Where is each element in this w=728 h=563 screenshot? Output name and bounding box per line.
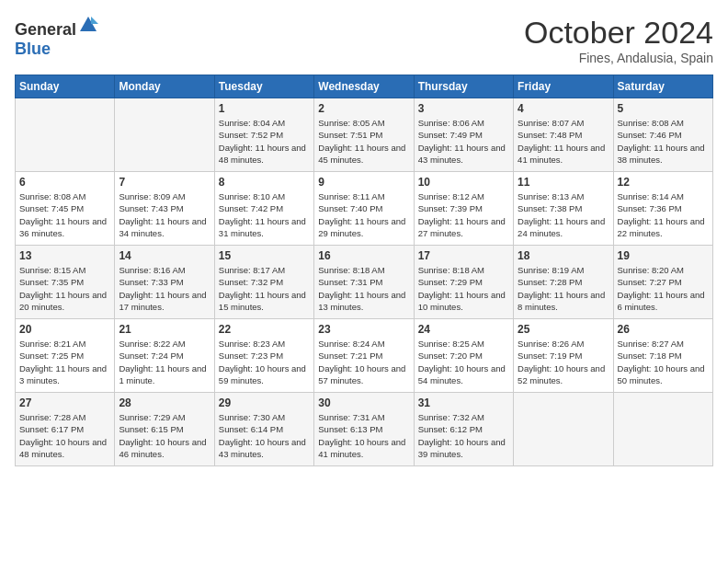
svg-marker-1 [91,17,98,24]
calendar-cell: 22Sunrise: 8:23 AM Sunset: 7:23 PM Dayli… [214,319,313,393]
calendar-cell: 7Sunrise: 8:09 AM Sunset: 7:43 PM Daylig… [115,172,214,246]
day-content: Sunrise: 8:23 AM Sunset: 7:23 PM Dayligh… [219,338,310,386]
day-number: 14 [119,249,210,262]
day-content: Sunrise: 8:05 AM Sunset: 7:51 PM Dayligh… [318,117,409,166]
calendar-cell: 28Sunrise: 7:29 AM Sunset: 6:15 PM Dayli… [115,393,214,466]
calendar-header: SundayMondayTuesdayWednesdayThursdayFrid… [16,75,713,98]
day-number: 24 [418,323,509,336]
day-content: Sunrise: 8:22 AM Sunset: 7:24 PM Dayligh… [119,338,210,386]
header-day-saturday: Saturday [613,75,712,98]
day-number: 2 [318,102,409,115]
day-content: Sunrise: 8:06 AM Sunset: 7:49 PM Dayligh… [418,117,509,166]
day-content: Sunrise: 8:18 AM Sunset: 7:31 PM Dayligh… [318,264,409,313]
calendar-week-5: 27Sunrise: 7:28 AM Sunset: 6:17 PM Dayli… [16,393,713,466]
calendar-cell: 23Sunrise: 8:24 AM Sunset: 7:21 PM Dayli… [314,319,414,393]
day-number: 13 [19,249,110,262]
day-content: Sunrise: 8:09 AM Sunset: 7:43 PM Dayligh… [119,190,210,239]
day-number: 27 [19,396,110,409]
day-number: 15 [219,249,310,262]
day-content: Sunrise: 8:10 AM Sunset: 7:42 PM Dayligh… [219,190,310,239]
day-number: 25 [518,323,609,336]
calendar-cell [613,393,712,466]
calendar-cell: 16Sunrise: 8:18 AM Sunset: 7:31 PM Dayli… [314,246,414,319]
day-content: Sunrise: 8:20 AM Sunset: 7:27 PM Dayligh… [618,264,709,313]
logo-icon [78,15,98,35]
calendar-week-3: 13Sunrise: 8:15 AM Sunset: 7:35 PM Dayli… [16,246,713,319]
calendar-cell: 18Sunrise: 8:19 AM Sunset: 7:28 PM Dayli… [514,246,613,319]
day-content: Sunrise: 7:32 AM Sunset: 6:12 PM Dayligh… [418,411,509,460]
day-number: 30 [318,396,409,409]
day-number: 1 [219,102,310,115]
calendar-cell: 15Sunrise: 8:17 AM Sunset: 7:32 PM Dayli… [214,246,313,319]
day-content: Sunrise: 7:30 AM Sunset: 6:14 PM Dayligh… [219,411,310,460]
day-number: 6 [19,176,110,189]
day-content: Sunrise: 8:15 AM Sunset: 7:35 PM Dayligh… [19,264,110,313]
day-number: 8 [219,176,310,189]
calendar-cell: 1Sunrise: 8:04 AM Sunset: 7:52 PM Daylig… [214,98,313,172]
calendar-cell: 5Sunrise: 8:08 AM Sunset: 7:46 PM Daylig… [613,98,712,172]
day-content: Sunrise: 8:08 AM Sunset: 7:45 PM Dayligh… [19,190,110,239]
calendar-cell: 26Sunrise: 8:27 AM Sunset: 7:18 PM Dayli… [613,319,712,393]
calendar-cell [16,98,115,172]
day-content: Sunrise: 8:27 AM Sunset: 7:18 PM Dayligh… [618,338,709,386]
day-number: 31 [418,396,509,409]
calendar-cell: 30Sunrise: 7:31 AM Sunset: 6:13 PM Dayli… [314,393,414,466]
day-number: 5 [618,102,709,115]
header-day-tuesday: Tuesday [214,75,313,98]
day-content: Sunrise: 8:25 AM Sunset: 7:20 PM Dayligh… [418,338,509,386]
day-number: 10 [418,176,509,189]
calendar-week-4: 20Sunrise: 8:21 AM Sunset: 7:25 PM Dayli… [16,319,713,393]
calendar-cell: 27Sunrise: 7:28 AM Sunset: 6:17 PM Dayli… [16,393,115,466]
calendar-cell: 3Sunrise: 8:06 AM Sunset: 7:49 PM Daylig… [414,98,513,172]
calendar-cell: 13Sunrise: 8:15 AM Sunset: 7:35 PM Dayli… [16,246,115,319]
day-content: Sunrise: 7:28 AM Sunset: 6:17 PM Dayligh… [19,411,110,460]
page-header: General Blue October 2024 Fines, Andalus… [15,15,713,65]
logo-blue: Blue [15,40,51,58]
calendar-body: 1Sunrise: 8:04 AM Sunset: 7:52 PM Daylig… [16,98,713,466]
day-content: Sunrise: 8:24 AM Sunset: 7:21 PM Dayligh… [318,338,409,386]
day-content: Sunrise: 8:16 AM Sunset: 7:33 PM Dayligh… [119,264,210,313]
header-day-friday: Friday [514,75,613,98]
calendar-cell: 20Sunrise: 8:21 AM Sunset: 7:25 PM Dayli… [16,319,115,393]
header-day-thursday: Thursday [414,75,513,98]
day-content: Sunrise: 7:31 AM Sunset: 6:13 PM Dayligh… [318,411,409,460]
calendar-cell: 2Sunrise: 8:05 AM Sunset: 7:51 PM Daylig… [314,98,414,172]
day-content: Sunrise: 8:17 AM Sunset: 7:32 PM Dayligh… [219,264,310,313]
day-content: Sunrise: 8:26 AM Sunset: 7:19 PM Dayligh… [518,338,609,386]
day-content: Sunrise: 7:29 AM Sunset: 6:15 PM Dayligh… [119,411,210,460]
calendar-cell: 11Sunrise: 8:13 AM Sunset: 7:38 PM Dayli… [514,172,613,246]
logo: General Blue [15,15,98,59]
calendar-cell: 12Sunrise: 8:14 AM Sunset: 7:36 PM Dayli… [613,172,712,246]
day-content: Sunrise: 8:08 AM Sunset: 7:46 PM Dayligh… [618,117,709,166]
calendar-week-1: 1Sunrise: 8:04 AM Sunset: 7:52 PM Daylig… [16,98,713,172]
calendar-cell: 31Sunrise: 7:32 AM Sunset: 6:12 PM Dayli… [414,393,513,466]
day-number: 3 [418,102,509,115]
day-content: Sunrise: 8:11 AM Sunset: 7:40 PM Dayligh… [318,190,409,239]
day-content: Sunrise: 8:04 AM Sunset: 7:52 PM Dayligh… [219,117,310,166]
calendar-cell: 24Sunrise: 8:25 AM Sunset: 7:20 PM Dayli… [414,319,513,393]
day-number: 20 [19,323,110,336]
header-day-monday: Monday [115,75,214,98]
day-content: Sunrise: 8:21 AM Sunset: 7:25 PM Dayligh… [19,338,110,386]
day-number: 17 [418,249,509,262]
calendar-cell: 10Sunrise: 8:12 AM Sunset: 7:39 PM Dayli… [414,172,513,246]
day-number: 28 [119,396,210,409]
calendar-cell: 4Sunrise: 8:07 AM Sunset: 7:48 PM Daylig… [514,98,613,172]
day-number: 26 [618,323,709,336]
day-number: 9 [318,176,409,189]
day-number: 22 [219,323,310,336]
calendar-week-2: 6Sunrise: 8:08 AM Sunset: 7:45 PM Daylig… [16,172,713,246]
day-number: 29 [219,396,310,409]
day-content: Sunrise: 8:07 AM Sunset: 7:48 PM Dayligh… [518,117,609,166]
calendar-cell: 25Sunrise: 8:26 AM Sunset: 7:19 PM Dayli… [514,319,613,393]
location-title: Fines, Andalusia, Spain [524,51,713,65]
calendar-cell: 19Sunrise: 8:20 AM Sunset: 7:27 PM Dayli… [613,246,712,319]
header-day-wednesday: Wednesday [314,75,414,98]
logo-general: General [15,20,76,39]
day-content: Sunrise: 8:12 AM Sunset: 7:39 PM Dayligh… [418,190,509,239]
header-row: SundayMondayTuesdayWednesdayThursdayFrid… [16,75,713,98]
day-number: 18 [518,249,609,262]
calendar-cell [514,393,613,466]
day-number: 11 [518,176,609,189]
calendar-cell: 21Sunrise: 8:22 AM Sunset: 7:24 PM Dayli… [115,319,214,393]
